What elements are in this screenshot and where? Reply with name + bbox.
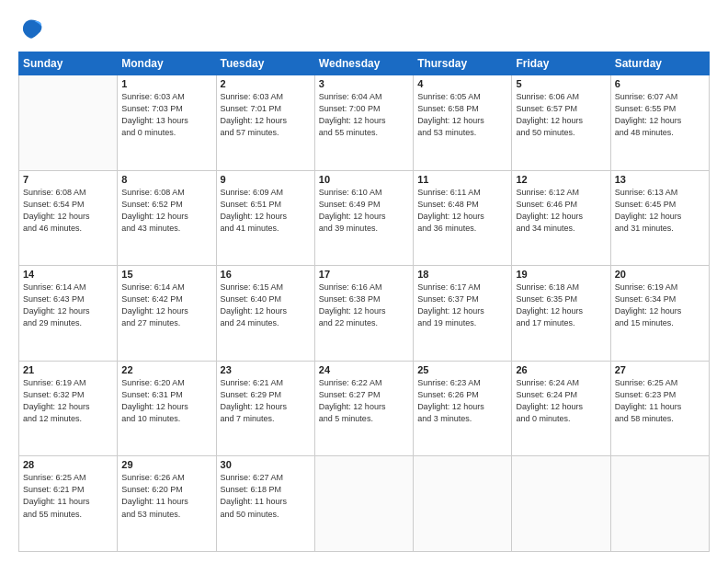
day-info: Sunrise: 6:26 AM Sunset: 6:20 PM Dayligh… — [121, 472, 211, 520]
day-number: 22 — [121, 364, 211, 375]
calendar-cell: 27Sunrise: 6:25 AM Sunset: 6:23 PM Dayli… — [610, 361, 709, 456]
day-number: 15 — [121, 269, 211, 280]
weekday-header-wednesday: Wednesday — [314, 52, 413, 75]
page: SundayMondayTuesdayWednesdayThursdayFrid… — [0, 0, 728, 563]
calendar-cell: 1Sunrise: 6:03 AM Sunset: 7:03 PM Daylig… — [118, 75, 216, 171]
day-info: Sunrise: 6:27 AM Sunset: 6:18 PM Dayligh… — [221, 472, 311, 520]
calendar-cell: 14Sunrise: 6:14 AM Sunset: 6:43 PM Dayli… — [19, 266, 118, 362]
calendar-cell: 21Sunrise: 6:19 AM Sunset: 6:32 PM Dayli… — [19, 361, 118, 456]
calendar-cell: 25Sunrise: 6:23 AM Sunset: 6:26 PM Dayli… — [414, 361, 512, 456]
calendar-cell: 28Sunrise: 6:25 AM Sunset: 6:21 PM Dayli… — [19, 456, 118, 552]
weekday-header-thursday: Thursday — [414, 52, 512, 75]
calendar-cell — [610, 456, 709, 552]
calendar-cell: 4Sunrise: 6:05 AM Sunset: 6:58 PM Daylig… — [414, 75, 512, 171]
calendar-cell — [19, 75, 118, 171]
calendar-cell: 16Sunrise: 6:15 AM Sunset: 6:40 PM Dayli… — [216, 266, 314, 362]
calendar-table: SundayMondayTuesdayWednesdayThursdayFrid… — [18, 52, 710, 552]
day-info: Sunrise: 6:11 AM Sunset: 6:48 PM Dayligh… — [417, 187, 507, 235]
day-info: Sunrise: 6:25 AM Sunset: 6:23 PM Dayligh… — [615, 377, 705, 425]
day-info: Sunrise: 6:09 AM Sunset: 6:51 PM Dayligh… — [221, 187, 311, 235]
logo — [18, 17, 48, 42]
calendar-cell: 6Sunrise: 6:07 AM Sunset: 6:55 PM Daylig… — [610, 75, 709, 171]
calendar-cell: 17Sunrise: 6:16 AM Sunset: 6:38 PM Dayli… — [314, 266, 413, 362]
weekday-header-monday: Monday — [118, 52, 216, 75]
weekday-header-friday: Friday — [512, 52, 610, 75]
week-row-5: 28Sunrise: 6:25 AM Sunset: 6:21 PM Dayli… — [19, 456, 710, 552]
day-info: Sunrise: 6:24 AM Sunset: 6:24 PM Dayligh… — [516, 377, 606, 425]
calendar-cell: 13Sunrise: 6:13 AM Sunset: 6:45 PM Dayli… — [610, 170, 709, 266]
day-number: 7 — [23, 174, 113, 185]
day-number: 1 — [121, 78, 211, 89]
day-number: 16 — [221, 269, 311, 280]
weekday-header-row: SundayMondayTuesdayWednesdayThursdayFrid… — [19, 52, 710, 75]
day-number: 6 — [615, 78, 705, 89]
day-number: 21 — [23, 364, 113, 375]
day-info: Sunrise: 6:19 AM Sunset: 6:34 PM Dayligh… — [615, 282, 705, 329]
day-info: Sunrise: 6:21 AM Sunset: 6:29 PM Dayligh… — [221, 377, 311, 425]
logo-bird-icon — [18, 17, 44, 42]
day-number: 14 — [23, 269, 113, 280]
day-info: Sunrise: 6:03 AM Sunset: 7:01 PM Dayligh… — [221, 91, 311, 139]
calendar-cell: 8Sunrise: 6:08 AM Sunset: 6:52 PM Daylig… — [118, 170, 216, 266]
day-info: Sunrise: 6:17 AM Sunset: 6:37 PM Dayligh… — [417, 282, 507, 329]
calendar-cell — [512, 456, 610, 552]
day-number: 13 — [615, 174, 705, 185]
calendar-cell: 19Sunrise: 6:18 AM Sunset: 6:35 PM Dayli… — [512, 266, 610, 362]
day-info: Sunrise: 6:06 AM Sunset: 6:57 PM Dayligh… — [516, 91, 606, 139]
day-info: Sunrise: 6:20 AM Sunset: 6:31 PM Dayligh… — [121, 377, 211, 425]
day-info: Sunrise: 6:04 AM Sunset: 7:00 PM Dayligh… — [319, 91, 409, 139]
week-row-2: 7Sunrise: 6:08 AM Sunset: 6:54 PM Daylig… — [19, 170, 710, 266]
day-number: 4 — [417, 78, 507, 89]
day-info: Sunrise: 6:13 AM Sunset: 6:45 PM Dayligh… — [615, 187, 705, 235]
day-number: 9 — [221, 174, 311, 185]
weekday-header-saturday: Saturday — [610, 52, 709, 75]
calendar-cell: 20Sunrise: 6:19 AM Sunset: 6:34 PM Dayli… — [610, 266, 709, 362]
day-number: 28 — [23, 459, 113, 470]
day-info: Sunrise: 6:05 AM Sunset: 6:58 PM Dayligh… — [417, 91, 507, 139]
day-info: Sunrise: 6:18 AM Sunset: 6:35 PM Dayligh… — [516, 282, 606, 329]
calendar-cell: 11Sunrise: 6:11 AM Sunset: 6:48 PM Dayli… — [414, 170, 512, 266]
week-row-3: 14Sunrise: 6:14 AM Sunset: 6:43 PM Dayli… — [19, 266, 710, 362]
day-number: 26 — [516, 364, 606, 375]
calendar-cell — [414, 456, 512, 552]
day-number: 30 — [221, 459, 311, 470]
day-info: Sunrise: 6:03 AM Sunset: 7:03 PM Dayligh… — [121, 91, 211, 139]
calendar-cell: 12Sunrise: 6:12 AM Sunset: 6:46 PM Dayli… — [512, 170, 610, 266]
day-info: Sunrise: 6:08 AM Sunset: 6:54 PM Dayligh… — [23, 187, 113, 235]
day-info: Sunrise: 6:14 AM Sunset: 6:43 PM Dayligh… — [23, 282, 113, 329]
day-number: 18 — [417, 269, 507, 280]
weekday-header-sunday: Sunday — [19, 52, 118, 75]
calendar-cell: 15Sunrise: 6:14 AM Sunset: 6:42 PM Dayli… — [118, 266, 216, 362]
calendar-cell: 18Sunrise: 6:17 AM Sunset: 6:37 PM Dayli… — [414, 266, 512, 362]
day-info: Sunrise: 6:22 AM Sunset: 6:27 PM Dayligh… — [319, 377, 409, 425]
calendar-cell: 24Sunrise: 6:22 AM Sunset: 6:27 PM Dayli… — [314, 361, 413, 456]
week-row-1: 1Sunrise: 6:03 AM Sunset: 7:03 PM Daylig… — [19, 75, 710, 171]
day-number: 2 — [221, 78, 311, 89]
calendar-cell: 22Sunrise: 6:20 AM Sunset: 6:31 PM Dayli… — [118, 361, 216, 456]
day-info: Sunrise: 6:19 AM Sunset: 6:32 PM Dayligh… — [23, 377, 113, 425]
day-number: 8 — [121, 174, 211, 185]
day-info: Sunrise: 6:14 AM Sunset: 6:42 PM Dayligh… — [121, 282, 211, 329]
day-info: Sunrise: 6:25 AM Sunset: 6:21 PM Dayligh… — [23, 472, 113, 520]
day-info: Sunrise: 6:15 AM Sunset: 6:40 PM Dayligh… — [221, 282, 311, 329]
calendar-cell: 2Sunrise: 6:03 AM Sunset: 7:01 PM Daylig… — [216, 75, 314, 171]
day-number: 25 — [417, 364, 507, 375]
calendar-cell: 23Sunrise: 6:21 AM Sunset: 6:29 PM Dayli… — [216, 361, 314, 456]
day-number: 19 — [516, 269, 606, 280]
day-number: 23 — [221, 364, 311, 375]
day-number: 27 — [615, 364, 705, 375]
calendar-cell — [314, 456, 413, 552]
day-number: 11 — [417, 174, 507, 185]
day-info: Sunrise: 6:10 AM Sunset: 6:49 PM Dayligh… — [319, 187, 409, 235]
day-number: 24 — [319, 364, 409, 375]
calendar-cell: 26Sunrise: 6:24 AM Sunset: 6:24 PM Dayli… — [512, 361, 610, 456]
day-info: Sunrise: 6:08 AM Sunset: 6:52 PM Dayligh… — [121, 187, 211, 235]
day-number: 10 — [319, 174, 409, 185]
calendar-cell: 29Sunrise: 6:26 AM Sunset: 6:20 PM Dayli… — [118, 456, 216, 552]
day-number: 5 — [516, 78, 606, 89]
day-number: 3 — [319, 78, 409, 89]
day-info: Sunrise: 6:23 AM Sunset: 6:26 PM Dayligh… — [417, 377, 507, 425]
day-info: Sunrise: 6:07 AM Sunset: 6:55 PM Dayligh… — [615, 91, 705, 139]
calendar-cell: 9Sunrise: 6:09 AM Sunset: 6:51 PM Daylig… — [216, 170, 314, 266]
calendar-cell: 7Sunrise: 6:08 AM Sunset: 6:54 PM Daylig… — [19, 170, 118, 266]
